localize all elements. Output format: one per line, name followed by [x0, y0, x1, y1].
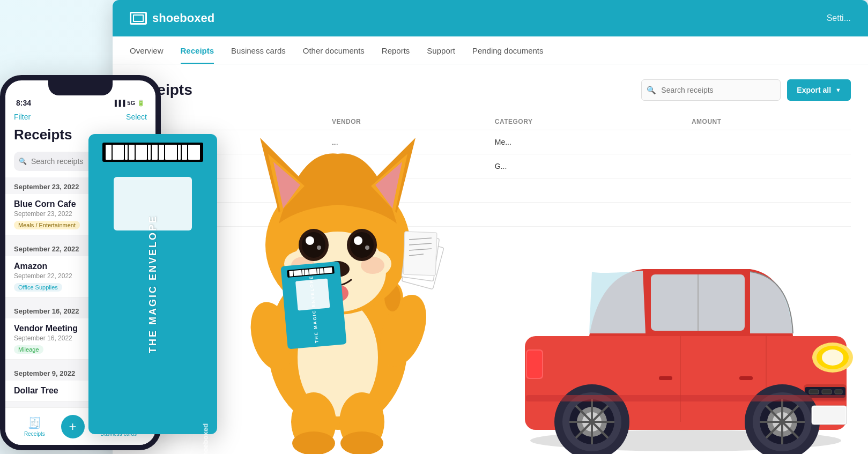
- svg-rect-50: [739, 376, 753, 380]
- receipt-vendor-name: Blue Corn Cafe: [14, 199, 80, 209]
- barcode-line: [125, 145, 128, 160]
- signal-icon: ▐▐▐: [113, 100, 125, 106]
- select-button[interactable]: Select: [126, 113, 147, 121]
- barcode-lines: [102, 143, 203, 162]
- receipt-item-date: September 23, 2022: [14, 210, 80, 218]
- desktop-toolbar: 🔍 Export all ▼: [641, 79, 851, 101]
- nav-business-cards[interactable]: Business cards: [231, 46, 286, 64]
- envelope-barcode: [102, 143, 203, 162]
- export-all-button[interactable]: Export all ▼: [787, 79, 851, 101]
- phone-status-bar: 8:34 ▐▐▐ 5G 🔋: [5, 95, 155, 107]
- nav-reports[interactable]: Reports: [382, 46, 410, 64]
- receipt-item-details: Dollar Tree: [14, 386, 58, 396]
- brand-logo: shoeboxed: [130, 11, 214, 25]
- brand-logo-icon: [130, 12, 147, 25]
- barcode-line: [129, 145, 135, 160]
- svg-point-26: [306, 236, 314, 245]
- status-icons: ▐▐▐ 5G 🔋: [113, 100, 145, 107]
- col-amount: AMOUNT: [685, 114, 851, 130]
- svg-rect-49: [659, 376, 672, 380]
- filter-button[interactable]: Filter: [14, 113, 31, 121]
- search-wrap: 🔍: [641, 79, 781, 101]
- nav-pending-documents[interactable]: Pending documents: [472, 46, 544, 64]
- svg-rect-38: [403, 232, 437, 276]
- tab-receipts[interactable]: 🧾 Receipts: [24, 416, 45, 437]
- svg-point-30: [354, 236, 362, 245]
- section-date: September 22, 2022: [14, 245, 79, 253]
- svg-point-58: [822, 349, 843, 366]
- svg-point-25: [302, 232, 325, 258]
- settings-link[interactable]: Setti...: [827, 13, 851, 23]
- svg-point-11: [340, 431, 383, 454]
- phone-notch: [48, 80, 113, 95]
- svg-rect-60: [527, 351, 542, 378]
- cell-category: Me...: [488, 130, 685, 154]
- receipt-item-details: Amazon September 22, 2022 Office Supplie…: [14, 262, 72, 292]
- car-illustration: [503, 175, 868, 454]
- plus-icon: +: [69, 419, 77, 434]
- mobile-search-icon: 🔍: [19, 158, 27, 165]
- col-category: CATEGORY: [488, 114, 685, 130]
- receipt-category-tag: Office Supplies: [14, 283, 62, 292]
- nav-support[interactable]: Support: [427, 46, 455, 64]
- barcode-line: [113, 145, 124, 160]
- battery-icon: 🔋: [137, 100, 145, 107]
- barcode-line: [152, 145, 158, 160]
- section-date: September 9, 2022: [14, 369, 75, 377]
- envelope-label: THE MAGIC ENVELOPE: [147, 215, 159, 353]
- receipt-item-details: Blue Corn Cafe September 23, 2022 Meals …: [14, 199, 80, 229]
- nav-overview[interactable]: Overview: [130, 46, 164, 64]
- barcode-line: [188, 145, 199, 160]
- receipt-category-tag: Meals / Entertainment: [14, 221, 80, 229]
- cell-amount: [685, 130, 851, 154]
- barcode-line: [165, 145, 176, 160]
- cell-category: G...: [488, 154, 685, 178]
- car-svg: [503, 175, 868, 454]
- barcode-line: [136, 145, 147, 160]
- receipt-vendor-name: Amazon: [14, 262, 72, 271]
- envelope-brand-logo: shoeboxed: [202, 423, 210, 454]
- barcode-line: [159, 145, 165, 160]
- svg-rect-55: [835, 390, 842, 394]
- cell-amount: [685, 154, 851, 178]
- status-time: 8:34: [16, 99, 31, 107]
- barcode-line: [178, 145, 181, 160]
- svg-point-31: [365, 245, 369, 250]
- section-date: September 23, 2022: [14, 183, 79, 191]
- desktop-nav: Overview Receipts Business cards Other d…: [113, 36, 868, 64]
- svg-point-29: [350, 232, 374, 258]
- phone-top-bar: Filter Select: [5, 107, 155, 124]
- chevron-down-icon: ▼: [835, 87, 841, 93]
- add-receipt-button[interactable]: +: [61, 415, 85, 438]
- network-type: 5G: [127, 100, 135, 106]
- receipt-category-tag: Mileage: [14, 345, 43, 354]
- receipt-item-date: September 16, 2022: [14, 334, 78, 342]
- receipts-tab-icon: 🧾: [28, 416, 41, 429]
- small-envelope-body: THE MAGIC ENVELOPE: [280, 262, 346, 349]
- section-date: September 16, 2022: [14, 307, 79, 315]
- search-icon: 🔍: [647, 86, 656, 94]
- magic-envelope-large: THE MAGIC ENVELOPE shoeboxed: [88, 134, 217, 434]
- receipt-item-details: Vendor Meeting September 16, 2022 Mileag…: [14, 324, 78, 354]
- svg-point-27: [317, 245, 321, 250]
- envelope-body: THE MAGIC ENVELOPE shoeboxed: [88, 134, 217, 434]
- desktop-header: shoeboxed Setti...: [113, 0, 868, 36]
- svg-rect-80: [813, 407, 845, 423]
- magic-envelope-small: THE MAGIC ENVELOPE: [280, 262, 346, 349]
- tab-receipts-label: Receipts: [24, 431, 45, 437]
- brand-name: shoeboxed: [152, 11, 214, 25]
- nav-receipts[interactable]: Receipts: [181, 46, 214, 64]
- barcode-line: [148, 145, 151, 160]
- svg-rect-53: [809, 390, 819, 394]
- svg-rect-54: [822, 390, 832, 394]
- barcode-line: [106, 145, 112, 160]
- svg-rect-81: [526, 395, 847, 401]
- receipt-vendor-name: Dollar Tree: [14, 386, 58, 396]
- barcode-line: [182, 145, 188, 160]
- nav-other-documents[interactable]: Other documents: [303, 46, 365, 64]
- receipt-vendor-name: Vendor Meeting: [14, 324, 78, 333]
- receipt-item-date: September 22, 2022: [14, 272, 72, 280]
- svg-point-10: [292, 431, 335, 454]
- desktop-search-input[interactable]: [641, 79, 781, 101]
